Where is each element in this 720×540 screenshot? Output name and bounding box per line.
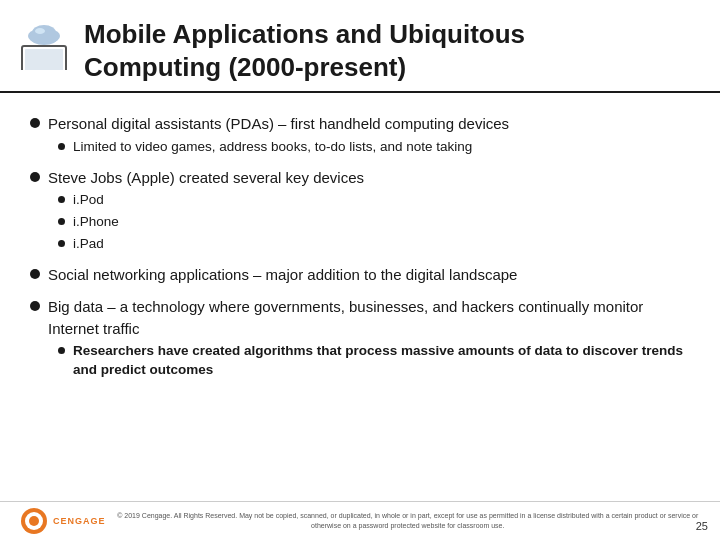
bullet-2-sub-3-dot <box>58 240 65 247</box>
cengage-label: CENGAGE <box>53 516 106 526</box>
computer-icon <box>18 18 70 70</box>
copyright-text: © 2019 Cengage. All Rights Reserved. May… <box>116 511 700 531</box>
bullet-2-sub-1-text: i.Pod <box>73 191 104 210</box>
bullet-1: Personal digital assistants (PDAs) – fir… <box>30 113 690 135</box>
slide-content: Personal digital assistants (PDAs) – fir… <box>0 93 720 384</box>
bullet-4-sub-1-text: Researchers have created algorithms that… <box>73 342 690 380</box>
bullet-4: Big data – a technology where government… <box>30 296 690 340</box>
bullet-4-text: Big data – a technology where government… <box>48 296 690 340</box>
bullet-2-text: Steve Jobs (Apple) created several key d… <box>48 167 364 189</box>
bullet-1-sub-1-dot <box>58 143 65 150</box>
header-title: Mobile Applications and Ubiquitous Compu… <box>84 18 525 83</box>
title-line2: Computing (2000-present) <box>84 52 406 82</box>
bullet-3-dot <box>30 269 40 279</box>
svg-point-11 <box>29 516 39 526</box>
bullet-2-sub-1: i.Pod <box>58 191 690 210</box>
bullet-1-sub-1: Limited to video games, address books, t… <box>58 138 690 157</box>
svg-point-8 <box>35 28 45 34</box>
bullet-4-sub-1: Researchers have created algorithms that… <box>58 342 690 380</box>
svg-point-7 <box>30 31 58 45</box>
bullet-1-sub-1-text: Limited to video games, address books, t… <box>73 138 472 157</box>
page-number: 25 <box>696 520 708 532</box>
bullet-3: Social networking applications – major a… <box>30 264 690 286</box>
bullet-2-sub-1-dot <box>58 196 65 203</box>
bullet-1-text: Personal digital assistants (PDAs) – fir… <box>48 113 509 135</box>
bullet-1-dot <box>30 118 40 128</box>
bullet-2-dot <box>30 172 40 182</box>
bullet-2: Steve Jobs (Apple) created several key d… <box>30 167 690 189</box>
cengage-logo: CENGAGE <box>20 507 106 535</box>
bullet-2-sub-3: i.Pad <box>58 235 690 254</box>
slide: Mobile Applications and Ubiquitous Compu… <box>0 0 720 540</box>
bullet-2-sub-3-text: i.Pad <box>73 235 104 254</box>
bullet-2-sub-2: i.Phone <box>58 213 690 232</box>
bullet-4-dot <box>30 301 40 311</box>
bullet-3-text: Social networking applications – major a… <box>48 264 517 286</box>
title-line1: Mobile Applications and Ubiquitous <box>84 19 525 49</box>
bullet-2-sub-2-text: i.Phone <box>73 213 119 232</box>
slide-header: Mobile Applications and Ubiquitous Compu… <box>0 0 720 93</box>
slide-footer: CENGAGE © 2019 Cengage. All Rights Reser… <box>0 501 720 540</box>
bullet-2-sub-2-dot <box>58 218 65 225</box>
bullet-4-sub-1-dot <box>58 347 65 354</box>
svg-rect-1 <box>25 49 63 70</box>
